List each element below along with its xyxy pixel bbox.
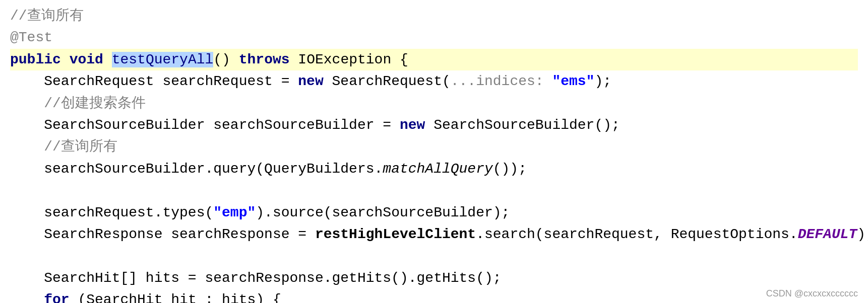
code-line-7: //查询所有 — [10, 136, 858, 158]
code-line-10: searchRequest.types("emp").source(search… — [10, 202, 858, 223]
code-line-8: searchSourceBuilder.query(QueryBuilders.… — [10, 158, 858, 180]
code-line-12 — [10, 245, 858, 267]
code-line-14: for (SearchHit hit : hits) { — [10, 289, 858, 303]
watermark: CSDN @cxcxcxcccccc — [766, 288, 858, 299]
code-line-9 — [10, 180, 858, 201]
code-line-11: SearchResponse searchResponse = restHigh… — [10, 223, 858, 245]
code-line-1: //查询所有 — [10, 5, 858, 27]
code-line-6: SearchSourceBuilder searchSourceBuilder … — [10, 114, 858, 136]
code-line-2: @Test — [10, 27, 858, 48]
code-line-13: SearchHit[] hits = searchResponse.getHit… — [10, 267, 858, 289]
code-line-4: SearchRequest searchRequest = new Search… — [10, 70, 858, 92]
code-editor: //查询所有 @Test public void testQueryAll() … — [0, 0, 868, 303]
code-line-3: public void testQueryAll() throws IOExce… — [10, 49, 858, 70]
code-line-5: //创建搜索条件 — [10, 93, 858, 114]
